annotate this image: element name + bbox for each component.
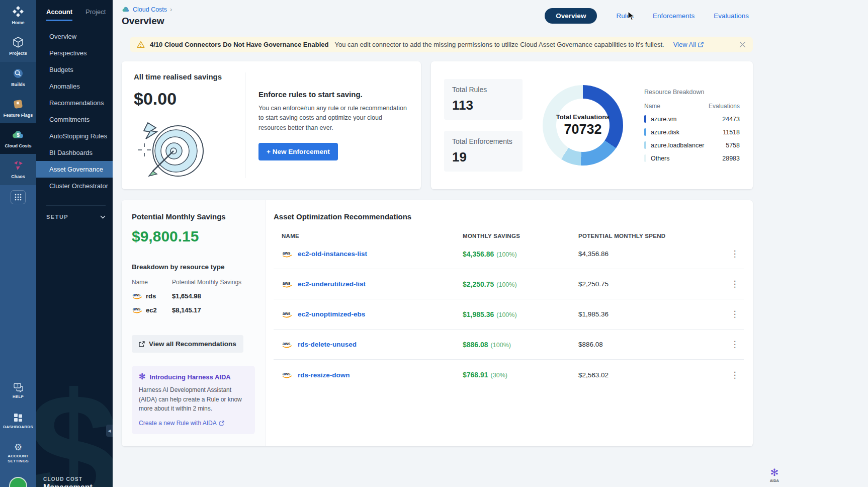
sidebar-item-asset-governance[interactable]: Asset Governance (36, 161, 113, 178)
rec-table-rows: awsec2-old-instances-list$4,356.86(100%)… (274, 239, 744, 390)
projects-icon (12, 36, 24, 48)
sidebar-collapse-handle[interactable]: ◀ (106, 425, 113, 437)
svg-text:aws: aws (283, 372, 291, 376)
aws-icon: aws (282, 280, 293, 288)
legend-name: azure.loadbalancer (651, 142, 704, 149)
row-menu-icon[interactable]: ⋮ (726, 309, 744, 319)
legend-value: 5758 (726, 142, 740, 149)
module-grid-icon[interactable] (11, 190, 26, 204)
recommendation-name-link[interactable]: ec2-unoptimized-ebs (298, 310, 365, 318)
tab-account[interactable]: Account (46, 8, 72, 21)
aws-icon: aws (282, 310, 293, 318)
potential-spend-value: $2,250.75 (578, 280, 726, 288)
sidebar-item-commitments[interactable]: Commitments (36, 111, 113, 128)
aida-create-rule-link[interactable]: Create a new Rule with AIDA (139, 420, 224, 427)
aida-flower-icon: ✻ (139, 373, 145, 381)
rail-item-account-settings[interactable]: ⚙ ACCOUNT SETTINGS (3, 443, 33, 464)
recommendation-name-link[interactable]: ec2-old-instances-list (298, 250, 367, 258)
breadcrumb[interactable]: Cloud Costs › (122, 6, 172, 13)
breakdown-rows: azure.vm24473azure.disk11518azure.loadba… (644, 115, 740, 162)
donut-center-value: 70732 (564, 122, 601, 137)
recommendation-row[interactable]: awsec2-underutilized-list$2,250.75(100%)… (274, 269, 744, 299)
sidebar-item-anomalies[interactable]: Anomalies (36, 78, 113, 95)
sidebar-item-recommendations[interactable]: Recommendations (36, 95, 113, 111)
governance-stats-card: Total Rules 113 Total Enforcements 19 To… (431, 61, 753, 189)
view-all-recommendations-button[interactable]: View all Recommendations (132, 335, 243, 353)
aws-icon: aws (282, 250, 293, 258)
recommendation-name-link[interactable]: rds-delete-unused (298, 341, 357, 348)
monthly-savings-value: $4,356.86(100%) (463, 250, 578, 258)
rail-item-cloud-costs[interactable]: $ Cloud Costs (0, 123, 36, 154)
sidebar-item-perspectives[interactable]: Perspectives (36, 45, 113, 61)
rail-item-feature-flags[interactable]: Feature Flags (0, 93, 36, 123)
resource-savings: $8,145.17 (172, 306, 255, 314)
user-avatar[interactable] (9, 477, 27, 487)
rail-item-chaos[interactable]: Chaos (0, 154, 36, 185)
aws-icon: aws (132, 292, 143, 300)
aida-assistant-button[interactable]: ✻ AIDA (770, 467, 779, 483)
dollar-watermark: $ (36, 356, 113, 487)
rail-item-dashboards[interactable]: DASHBOARDS (3, 413, 33, 430)
recommendation-row[interactable]: awsrds-resize-down$768.91(30%)$2,563.02⋮ (274, 360, 744, 390)
top-nav-tabs: Overview Rules Enforcements Evaluations (545, 8, 749, 24)
main-area: Cloud Costs › Overview Overview Rules En… (113, 0, 868, 487)
breakdown-by-resource-title: Breakdown by resource type (132, 263, 255, 271)
asset-optimization-title: Asset Optimization Recommendations (274, 212, 744, 221)
dashboards-icon (13, 413, 23, 423)
total-rules-value: 113 (452, 98, 514, 113)
rail-item-builds[interactable]: Builds (0, 62, 36, 93)
svg-text:$: $ (17, 132, 20, 138)
savings-percent: (100%) (496, 251, 516, 258)
recommendation-name-link[interactable]: ec2-underutilized-list (298, 280, 366, 288)
tab-evaluations[interactable]: Evaluations (714, 12, 749, 20)
sidebar-item-overview[interactable]: Overview (36, 28, 113, 45)
legend-col-name: Name (644, 103, 660, 110)
realised-savings-value: $0.00 (134, 89, 245, 109)
sidebar-item-bi-dashboards[interactable]: BI Dashboards (36, 144, 113, 161)
tab-rules[interactable]: Rules (616, 12, 634, 20)
rail-item-projects[interactable]: Projects (0, 31, 36, 61)
sidebar-item-autostopping-rules[interactable]: AutoStopping Rules (36, 128, 113, 144)
sidebar-item-cluster-orchestrator[interactable]: Cluster Orchestrator (36, 178, 113, 194)
sidebar-setup[interactable]: SETUP (46, 205, 106, 220)
chaos-icon (12, 159, 24, 172)
potential-savings-title: Potential Monthly Savings (132, 212, 255, 221)
rail-item-home[interactable]: Home (0, 0, 36, 31)
svg-text:aws: aws (283, 251, 291, 255)
sidebar-scope-tabs: Account Project (36, 0, 113, 21)
legend-col-evaluations: Evaluations (709, 103, 740, 110)
banner-close-icon[interactable] (739, 41, 746, 48)
rail-item-help[interactable]: ? HELP (13, 382, 24, 399)
realised-savings-label: All time realised savings (134, 72, 245, 81)
savings-percent: (100%) (496, 281, 516, 288)
row-menu-icon[interactable]: ⋮ (726, 279, 744, 289)
row-menu-icon[interactable]: ⋮ (726, 339, 744, 350)
recommendation-name-link[interactable]: rds-resize-down (298, 371, 350, 379)
page-title: Overview (122, 16, 172, 27)
banner-view-all-link[interactable]: View All (673, 41, 704, 48)
new-enforcement-button[interactable]: + New Enforcement (258, 143, 338, 160)
sidebar-item-budgets[interactable]: Budgets (36, 61, 113, 78)
chevron-down-icon (100, 215, 106, 219)
monthly-savings-value: $1,985.36(100%) (463, 310, 578, 318)
legend-swatch (644, 154, 646, 162)
resource-name: rds (146, 292, 156, 300)
home-icon (12, 6, 24, 18)
tab-project[interactable]: Project (85, 8, 106, 21)
recommendation-row[interactable]: awsec2-old-instances-list$4,356.86(100%)… (274, 239, 744, 269)
recommendation-row[interactable]: awsrds-delete-unused$886.08(100%)$886.08… (274, 330, 744, 360)
governance-warning-banner: 4/10 Cloud Connectors Do Not Have Govern… (130, 37, 753, 52)
feature-flags-icon (12, 98, 24, 110)
tab-enforcements[interactable]: Enforcements (653, 12, 695, 20)
row-menu-icon[interactable]: ⋮ (726, 370, 744, 380)
rail-bottom: ? HELP DASHBOARDS ⚙ ACCOUNT SETTINGS (0, 382, 36, 487)
svg-text:?: ? (17, 384, 19, 387)
aws-icon: aws (132, 306, 143, 314)
tab-overview[interactable]: Overview (545, 8, 597, 24)
row-menu-icon[interactable]: ⋮ (726, 249, 744, 259)
col-monthly-savings: MONTHLY SAVINGS (463, 233, 578, 239)
potential-spend-value: $886.08 (578, 341, 726, 348)
aida-promo-body: Harness AI Development Assistant (AIDA) … (139, 385, 248, 414)
potential-savings-value: $9,800.15 (132, 228, 255, 245)
recommendation-row[interactable]: awsec2-unoptimized-ebs$1,985.36(100%)$1,… (274, 299, 744, 330)
